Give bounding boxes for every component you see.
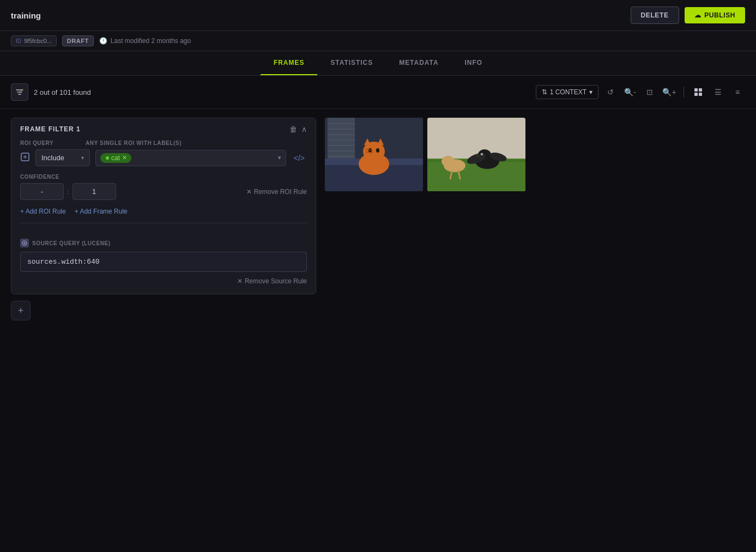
svg-rect-3 <box>699 93 702 96</box>
toolbar: 2 out of 101 found ⇅ 1 CONTEXT ▾ ↺ 🔍- ⊡ … <box>0 76 756 109</box>
include-caret: ▾ <box>81 155 84 161</box>
bird-image <box>427 118 525 191</box>
header-right: DELETE ☁ PUBLISH <box>631 7 745 24</box>
remove-roi-x-icon: ✕ <box>246 188 252 196</box>
roi-query-label: ROI QUERY <box>20 140 80 146</box>
source-label-row: SOURCE QUERY (LUCENE) <box>20 239 307 247</box>
confidence-inputs: : <box>20 183 116 200</box>
roi-row: Include ▾ cat ✕ ▾ </> <box>20 149 307 166</box>
delete-button[interactable]: DELETE <box>631 7 679 24</box>
left-panel: FRAME FILTER 1 🗑 ∧ ROI QUERY ANY SINGLE … <box>11 118 316 320</box>
toolbar-left: 2 out of 101 found <box>11 83 91 101</box>
publish-button[interactable]: ☁ PUBLISH <box>685 7 745 23</box>
tag-label: cat <box>111 154 120 162</box>
source-icon <box>20 239 29 247</box>
svg-point-7 <box>24 242 26 244</box>
id-icon: ID <box>16 38 21 44</box>
id-row: ID 9f5fcbc0... DRAFT 🕐 Last modified 2 m… <box>0 31 756 51</box>
svg-point-5 <box>23 155 27 159</box>
sort-icon: ⇅ <box>542 88 547 96</box>
clock-icon: 🕐 <box>99 37 107 45</box>
modified-text: 🕐 Last modified 2 months ago <box>99 37 191 45</box>
add-filter-button[interactable]: + <box>11 301 31 320</box>
tab-info[interactable]: INFO <box>452 51 496 75</box>
tab-metadata[interactable]: METADATA <box>386 51 451 75</box>
view-separator <box>684 87 684 98</box>
conf-separator: : <box>67 187 69 196</box>
any-single-roi-label: ANY SINGLE ROI WITH LABEL(S) <box>86 140 182 146</box>
top-header: training DELETE ☁ PUBLISH <box>0 0 756 31</box>
refresh-button[interactable]: ↺ <box>603 84 618 100</box>
image-thumbnail[interactable] <box>427 118 525 191</box>
svg-rect-12 <box>328 134 355 135</box>
confidence-section: CONFIDENCE : ✕ Remove ROI Rule <box>20 174 307 200</box>
more-options-button[interactable]: ≡ <box>730 84 745 100</box>
row-labels: ROI QUERY ANY SINGLE ROI WITH LABEL(S) <box>20 140 307 146</box>
delete-filter-icon[interactable]: 🗑 <box>289 125 297 134</box>
svg-rect-0 <box>694 88 698 92</box>
zoom-in-button[interactable]: 🔍+ <box>662 84 677 100</box>
source-query-section: SOURCE QUERY (LUCENE) ✕ Remove Source Ru… <box>11 232 316 294</box>
tag-dot <box>106 156 109 160</box>
conf-max-input[interactable] <box>72 183 116 200</box>
remove-roi-rule-button[interactable]: ✕ Remove ROI Rule <box>246 188 307 196</box>
tag-remove[interactable]: ✕ <box>122 154 127 161</box>
confidence-row: : ✕ Remove ROI Rule <box>20 183 307 200</box>
label-tags-input[interactable]: cat ✕ ▾ <box>95 150 286 166</box>
source-query-input[interactable] <box>20 252 307 272</box>
cat-tag: cat ✕ <box>100 153 131 163</box>
include-label: Include <box>41 154 64 162</box>
id-badge: ID 9f5fcbc0... <box>11 35 57 46</box>
svg-rect-15 <box>328 150 355 151</box>
fit-button[interactable]: ⊡ <box>642 84 657 100</box>
draft-badge: DRAFT <box>62 35 94 46</box>
svg-line-26 <box>366 152 373 153</box>
tab-statistics[interactable]: STATISTICS <box>317 51 386 75</box>
remove-source-x-icon: ✕ <box>237 277 243 285</box>
source-query-label: SOURCE QUERY (LUCENE) <box>32 240 111 246</box>
frame-filter-header: FRAME FILTER 1 🗑 ∧ <box>11 118 316 140</box>
list-view-button[interactable]: ☰ <box>710 84 725 100</box>
grid-view-button[interactable] <box>691 84 706 100</box>
frame-filter-title: FRAME FILTER 1 <box>20 125 81 133</box>
svg-point-24 <box>376 148 379 153</box>
zoom-out-button[interactable]: 🔍- <box>622 84 638 100</box>
svg-point-36 <box>481 154 482 155</box>
toolbar-right: ⇅ 1 CONTEXT ▾ ↺ 🔍- ⊡ 🔍+ ☰ ≡ <box>536 84 745 100</box>
context-caret: ▾ <box>589 88 592 96</box>
code-button[interactable]: </> <box>292 151 307 165</box>
filter-icon-button[interactable] <box>11 83 28 101</box>
roi-query-section: ROI QUERY ANY SINGLE ROI WITH LABEL(S) I… <box>11 140 316 232</box>
image-thumbnail[interactable] <box>325 118 423 191</box>
svg-rect-13 <box>328 139 355 141</box>
svg-rect-16 <box>328 156 355 157</box>
svg-rect-14 <box>328 145 355 146</box>
svg-rect-2 <box>694 93 698 96</box>
publish-icon: ☁ <box>694 11 701 19</box>
include-dropdown[interactable]: Include ▾ <box>35 149 90 166</box>
frame-filter-card: FRAME FILTER 1 🗑 ∧ ROI QUERY ANY SINGLE … <box>11 118 316 294</box>
rule-buttons: + Add ROI Rule + Add Frame Rule <box>20 208 307 223</box>
cat-image <box>325 118 423 191</box>
svg-rect-10 <box>328 123 355 124</box>
add-roi-rule-button[interactable]: + Add ROI Rule <box>20 208 66 215</box>
header-left: training <box>11 11 41 20</box>
image-grid <box>325 118 745 320</box>
confidence-label: CONFIDENCE <box>20 174 307 180</box>
svg-rect-1 <box>699 88 702 92</box>
frame-filter-actions: 🗑 ∧ <box>289 125 307 134</box>
context-button[interactable]: ⇅ 1 CONTEXT ▾ <box>536 85 598 99</box>
svg-rect-11 <box>328 129 355 130</box>
id-value: 9f5fcbc0... <box>24 38 52 44</box>
found-count: 2 out of 101 found <box>34 88 91 96</box>
main-content: FRAME FILTER 1 🗑 ∧ ROI QUERY ANY SINGLE … <box>0 109 756 329</box>
collapse-filter-icon[interactable]: ∧ <box>301 125 307 134</box>
tag-dropdown-caret[interactable]: ▾ <box>278 154 281 161</box>
svg-point-38 <box>441 156 455 167</box>
remove-source-rule-button[interactable]: ✕ Remove Source Rule <box>20 277 307 285</box>
roi-icon <box>20 152 30 163</box>
tabs-bar: FRAMES STATISTICS METADATA INFO <box>0 51 756 76</box>
conf-min-input[interactable] <box>20 183 64 200</box>
add-frame-rule-button[interactable]: + Add Frame Rule <box>75 208 128 215</box>
tab-frames[interactable]: FRAMES <box>261 51 317 75</box>
